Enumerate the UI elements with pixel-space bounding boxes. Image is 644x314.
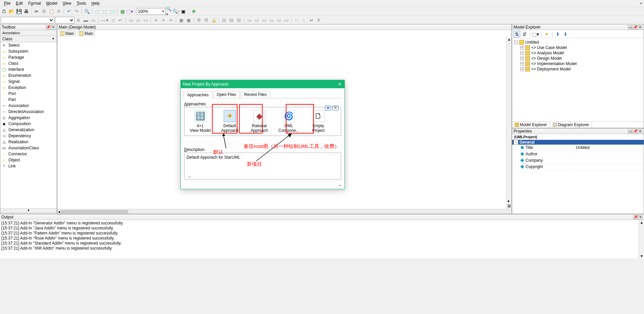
approach-rational-approach[interactable]: ◆RationalApproach [246,110,272,133]
up-arrow-icon[interactable]: ⬆ [554,31,561,38]
zoom-in-icon[interactable]: 🔍+ [165,8,172,15]
tree-node[interactable]: +<> Use Case Model [520,45,642,50]
toolbox-section-class[interactable]: Class▲ [0,36,57,42]
save-icon[interactable]: 💾 [15,8,22,15]
dialog-titlebar[interactable]: New Project By Approach ✕ [181,80,344,88]
close-icon[interactable]: ✕ [638,25,642,30]
toolbox-item-port[interactable]: ▫Port [0,91,57,97]
tree-node[interactable]: +<> Design Model [520,56,642,61]
close-icon[interactable]: ✕ [337,82,342,87]
approach-uml-compone-[interactable]: 🌀UMLCompone... [276,110,302,133]
new-icon[interactable]: 🗋 [1,8,7,15]
vscrollbar[interactable]: ▴▾⊞ [506,37,512,209]
property-value[interactable]: Untitled [574,145,644,151]
toolbox-item-generalization[interactable]: △Generalization [0,127,57,133]
property-row[interactable]: Copyright [512,164,644,170]
refresh-icon[interactable]: ✦ [543,31,550,38]
toolbox-item-connector[interactable]: ▫Connector [0,151,57,157]
tree-node[interactable]: +<> Implementation Model [520,61,642,66]
expander-icon[interactable]: + [520,57,524,60]
list-view-icon[interactable]: ☰ [332,106,338,110]
toolbox-item-enumeration[interactable]: ▭Enumeration [0,72,57,78]
toolbox-item-associationclass[interactable]: ▭AssociationClass [0,145,57,151]
toolbox-item-composition[interactable]: ◆Composition [0,121,57,127]
property-category[interactable]: −General [512,140,644,145]
toolbox-item-class[interactable]: ▭Class [0,60,57,66]
menu-edit[interactable]: Edit [13,1,25,6]
tab-diagram-explorer[interactable]: Diagram Explorer [550,122,592,128]
tree-node[interactable]: +<> Analysis Model [520,50,642,56]
property-value[interactable] [574,151,644,157]
toolbox-item-part[interactable]: ▫Part [0,97,57,103]
font-combo[interactable] [1,17,54,23]
snap-icon[interactable]: ⬚▾ [126,8,133,15]
toolbox-section-annotation[interactable]: Annotation [0,30,57,36]
icon-view-icon[interactable]: ▦ [325,106,331,110]
model-edit-icon[interactable]: ⬚ [101,8,108,15]
tab-main-2[interactable]: Main [78,31,95,36]
property-row[interactable]: Company [512,157,644,164]
menu-format[interactable]: Format [25,1,44,6]
sort-type-icon[interactable]: ⇵ [521,31,528,38]
zoom-fit-icon[interactable]: ▣ [180,8,187,15]
toolbox-item-select[interactable]: ↖Select [0,42,57,48]
dialog-tab-recent-files[interactable]: Recent Files [240,91,270,98]
toolbox-item-realization[interactable]: △Realization [0,139,57,145]
expander-icon[interactable]: − [514,41,518,44]
tab-main-1[interactable]: Main [59,31,76,36]
toolbox-item-directedassociation[interactable]: →DirectedAssociation [0,109,57,115]
expander-icon[interactable]: + [520,51,524,55]
size-combo[interactable] [55,17,74,23]
toolbox-item-association[interactable]: ─Association [0,103,57,109]
sort-alpha-icon[interactable]: ⇅ [514,31,520,38]
toolbox-item-dependency[interactable]: ⤍Dependency [0,133,57,139]
dialog-tab-open-files[interactable]: Open Files [213,91,240,98]
tree-node[interactable]: +<> Deployment Model [520,66,642,72]
filter-icon[interactable]: ⬚▾ [532,31,539,38]
close-icon[interactable]: ✕ [51,25,55,30]
vscrollbar[interactable]: ▴▾ [639,220,644,258]
menu-model[interactable]: Model [44,1,60,6]
menu-file[interactable]: File [1,1,13,6]
toolbox-item-exception[interactable]: ▭Exception [0,85,57,91]
undo-icon[interactable]: ↶ [66,8,72,15]
toolbox-item-package[interactable]: ▭Package [0,54,57,60]
approach-default-approach[interactable]: ✦DefaultApproach [217,110,243,133]
menu-help[interactable]: Help [89,1,103,6]
approach-empty-project[interactable]: 🗋EmptyProject [305,110,331,133]
hscrollbar[interactable]: ◂ [57,209,512,214]
expander-icon[interactable]: + [520,62,524,66]
toolbox-item-aggregation[interactable]: ◇Aggregation [0,115,57,121]
tab-model-explorer[interactable]: Model Explorer [512,122,550,128]
grid-icon[interactable]: ▦ [119,8,126,15]
toolbox-item-signal[interactable]: ▭Signal [0,78,57,85]
tree-root[interactable]: Untitled [525,40,539,45]
cut-icon[interactable]: ✂ [33,8,40,15]
menu-overflow-icon[interactable]: ▾ [640,2,642,5]
model-add-icon[interactable]: ⬚ [94,8,101,15]
find-icon[interactable]: 🔍 [84,8,90,15]
property-row[interactable]: TitleUntitled [512,145,644,151]
toolbox-item-object[interactable]: ▭Object [0,157,57,163]
pin-icon[interactable]: 📌 [633,25,637,30]
property-value[interactable] [574,157,644,163]
property-row[interactable]: Author [512,151,644,157]
collapse-icon[interactable]: − [514,140,518,145]
toolbox-item-subsystem[interactable]: ▭Subsystem [0,48,57,54]
print-icon[interactable]: 🖶 [23,8,30,15]
close-icon[interactable]: ✕ [638,215,643,219]
pin-icon[interactable]: 📌 [633,215,638,219]
pin-icon[interactable]: 📌 [633,129,637,134]
open-icon[interactable]: 📂 [8,8,15,15]
restore-icon[interactable]: ▭ [628,129,632,134]
dialog-tab-approaches[interactable]: Approaches [183,91,212,98]
scroll-down-icon[interactable]: ▼ [0,208,57,213]
restore-icon[interactable]: ▭ [628,25,632,30]
toolbox-item-interface[interactable]: ◯Interface [0,66,57,72]
down-arrow-icon[interactable]: ⬇ [562,31,569,38]
expander-icon[interactable]: + [520,67,524,71]
toolbox-item-link[interactable]: └Link [0,163,57,169]
zoom-out-icon[interactable]: 🔍- [173,8,179,15]
navigate-icon[interactable]: ✥ [191,8,197,15]
expander-icon[interactable]: + [520,46,524,50]
